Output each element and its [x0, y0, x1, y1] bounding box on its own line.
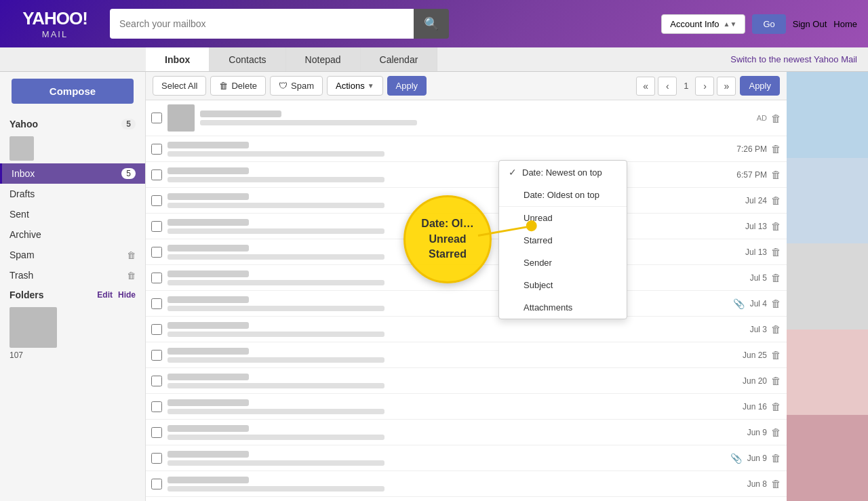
- email-sender: [167, 270, 249, 277]
- search-input[interactable]: [110, 9, 414, 39]
- sort-option-attachments[interactable]: Attachments: [499, 296, 627, 319]
- email-delete-icon[interactable]: 🗑: [771, 452, 781, 464]
- tab-notepad[interactable]: Notepad: [286, 47, 361, 71]
- sidebar-item-spam[interactable]: Spam 🗑: [0, 245, 145, 265]
- sidebar-item-inbox[interactable]: Inbox 5: [0, 163, 145, 184]
- email-checkbox[interactable]: [151, 427, 162, 438]
- table-row: Jul 13 🗑: [146, 214, 787, 239]
- right-block-3: [787, 243, 868, 329]
- email-sender: [200, 111, 281, 117]
- email-subject: [167, 254, 384, 260]
- table-row: Jun 20 🗑: [146, 368, 787, 394]
- account-info-label: Account Info: [670, 19, 719, 29]
- apply-button-right[interactable]: Apply: [740, 76, 780, 96]
- sidebar-item-drafts[interactable]: Drafts: [0, 184, 145, 204]
- email-delete-icon[interactable]: 🗑: [771, 401, 781, 412]
- right-block-4: [787, 329, 868, 416]
- account-info-button[interactable]: Account Info ▲▼: [661, 14, 745, 34]
- signout-link[interactable]: Sign Out: [793, 19, 827, 29]
- folder-badge: 107: [0, 350, 145, 360]
- email-checkbox[interactable]: [151, 401, 162, 412]
- sort-option-unread[interactable]: Unread: [499, 207, 627, 229]
- trash-delete-icon[interactable]: 🗑: [127, 270, 136, 281]
- email-checkbox[interactable]: [151, 247, 162, 258]
- account-arrow-icon: ▲▼: [724, 20, 737, 28]
- email-date: Jul 24: [745, 196, 767, 205]
- email-checkbox[interactable]: [151, 195, 162, 206]
- sidebar-item-archive[interactable]: Archive: [0, 224, 145, 245]
- email-checkbox[interactable]: [151, 113, 162, 123]
- email-delete-icon[interactable]: 🗑: [771, 195, 781, 206]
- right-block-1: [787, 72, 868, 158]
- email-delete-icon[interactable]: 🗑: [771, 143, 781, 155]
- email-delete-icon[interactable]: 🗑: [771, 323, 781, 335]
- email-delete-icon[interactable]: 🗑: [771, 246, 781, 258]
- tab-inbox[interactable]: Inbox: [146, 47, 210, 71]
- email-date: 6:57 PM: [736, 170, 767, 180]
- email-checkbox[interactable]: [151, 376, 162, 386]
- folders-hide-link[interactable]: Hide: [118, 290, 136, 300]
- delete-button[interactable]: 🗑 Delete: [210, 76, 266, 96]
- sidebar-yahoo-label: Yahoo: [9, 119, 38, 129]
- spam-button[interactable]: 🛡 Spam: [270, 76, 323, 96]
- email-date: Jul 13: [745, 222, 767, 231]
- compose-button[interactable]: Compose: [12, 79, 134, 104]
- email-checkbox[interactable]: [151, 221, 162, 232]
- go-button[interactable]: Go: [752, 14, 785, 34]
- tab-contacts[interactable]: Contacts: [210, 47, 285, 71]
- email-delete-icon[interactable]: 🗑: [771, 272, 781, 283]
- search-icon: 🔍: [424, 16, 439, 31]
- email-subject: [167, 306, 384, 311]
- sort-option-sender[interactable]: Sender: [499, 252, 627, 274]
- sort-option-starred[interactable]: Starred: [499, 229, 627, 252]
- attachment-icon: 📎: [730, 453, 742, 464]
- email-subject: [167, 280, 384, 285]
- inbox-label: Inbox: [12, 168, 35, 179]
- sidebar-item-sent[interactable]: Sent: [0, 204, 145, 224]
- sent-label: Sent: [9, 209, 29, 220]
- sort-option-subject[interactable]: Subject: [499, 274, 627, 296]
- email-checkbox[interactable]: [151, 144, 162, 155]
- table-row: 📎 Jun 8 🗑: [146, 497, 787, 501]
- prev-prev-button[interactable]: «: [636, 77, 655, 96]
- actions-button[interactable]: Actions ▼: [327, 76, 383, 96]
- email-sender: [167, 142, 249, 148]
- next-next-button[interactable]: »: [717, 77, 736, 96]
- email-checkbox[interactable]: [151, 298, 162, 309]
- email-delete-icon[interactable]: 🗑: [771, 113, 781, 124]
- email-checkbox[interactable]: [151, 324, 162, 335]
- sidebar-item-trash[interactable]: Trash 🗑: [0, 265, 145, 285]
- table-row: Jun 9 🗑: [146, 420, 787, 445]
- email-delete-icon[interactable]: 🗑: [771, 375, 781, 386]
- email-delete-icon[interactable]: 🗑: [771, 426, 781, 438]
- tab-calendar[interactable]: Calendar: [361, 47, 438, 71]
- inbox-badge: 5: [121, 168, 136, 179]
- email-delete-icon[interactable]: 🗑: [771, 478, 781, 489]
- spam-delete-icon[interactable]: 🗑: [127, 250, 136, 260]
- email-delete-icon[interactable]: 🗑: [771, 298, 781, 309]
- sort-option-oldest[interactable]: Date: Oldest on top: [499, 184, 627, 206]
- email-checkbox[interactable]: [151, 350, 162, 361]
- apply-button-left[interactable]: Apply: [387, 76, 427, 96]
- select-all-button[interactable]: Select All: [153, 76, 206, 96]
- search-area: 🔍: [110, 9, 449, 39]
- home-link[interactable]: Home: [833, 19, 857, 29]
- sort-option-newest[interactable]: ✓ Date: Newest on top: [499, 161, 627, 184]
- table-row: 📎 Jul 4 🗑: [146, 291, 787, 317]
- email-delete-icon[interactable]: 🗑: [771, 220, 781, 232]
- search-button[interactable]: 🔍: [414, 9, 449, 39]
- email-checkbox[interactable]: [151, 479, 162, 489]
- delete-icon: 🗑: [219, 81, 228, 91]
- next-button[interactable]: ›: [695, 77, 714, 96]
- folders-edit-link[interactable]: Edit: [97, 290, 113, 300]
- yahoo-logo: YAHOO!: [22, 8, 87, 29]
- switch-newest-link[interactable]: Switch to the newest Yahoo Mail: [730, 47, 868, 71]
- email-delete-icon[interactable]: 🗑: [771, 169, 781, 180]
- prev-button[interactable]: ‹: [658, 77, 677, 96]
- email-checkbox[interactable]: [151, 273, 162, 283]
- email-checkbox[interactable]: [151, 453, 162, 464]
- email-checkbox[interactable]: [151, 169, 162, 180]
- email-delete-icon[interactable]: 🗑: [771, 349, 781, 361]
- email-subject: [200, 120, 417, 125]
- email-date: 7:26 PM: [736, 144, 767, 154]
